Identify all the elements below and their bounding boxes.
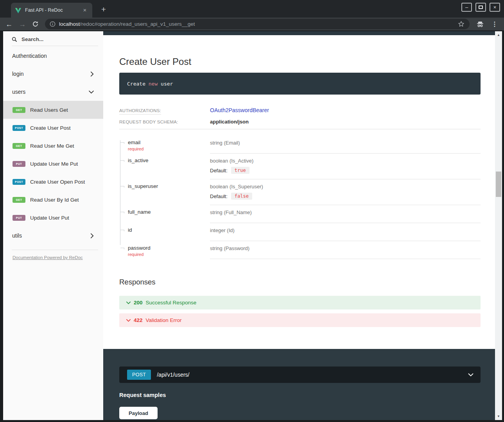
schema-field-row: email required string (Email) [119, 136, 481, 154]
previous-section-edge [103, 31, 495, 35]
close-window-button[interactable]: × [490, 3, 500, 12]
incognito-icon[interactable] [476, 20, 484, 28]
operation-label: Read User By Id Get [30, 197, 79, 203]
code-text: Create [127, 81, 149, 87]
back-button[interactable]: ← [5, 21, 13, 28]
field-name-cell: email required [119, 136, 210, 154]
operation-label: Create User Post [30, 125, 71, 131]
method-badge: GET [13, 143, 25, 149]
sidebar-operation-item[interactable]: GET Read User By Id Get [3, 191, 103, 209]
sidebar-operation-item[interactable]: GET Read User Me Get [3, 137, 103, 155]
operation-label: Read Users Get [30, 107, 68, 113]
method-badge: PUT [13, 215, 25, 221]
endpoint-dropdown[interactable]: POST /api/v1/users/ [119, 367, 481, 383]
field-name: is_active [128, 157, 210, 163]
search-divider [12, 46, 98, 46]
sidebar-item-utils[interactable]: utils [3, 227, 103, 245]
field-default: Default: false [210, 193, 481, 200]
site-info-icon[interactable] [50, 21, 56, 27]
schema-field-row: is_active boolean (Is_Active) Default: t… [119, 154, 481, 179]
sidebar-item-label: Authentication [12, 53, 47, 59]
response-code: 200 [134, 300, 143, 306]
field-name-cell: id [119, 223, 210, 241]
sidebar-item-label: users [12, 89, 25, 95]
maximize-button[interactable] [475, 3, 486, 12]
page-scrollbar[interactable]: ▲ ▼ [495, 31, 502, 420]
field-type: string (Full_Name) [210, 209, 481, 215]
sidebar-item-login[interactable]: login [3, 65, 103, 83]
toolbar-right: ⋮ [476, 20, 499, 28]
response-row[interactable]: 200 Successful Response [119, 296, 481, 309]
scrollbar-down-arrow[interactable]: ▼ [495, 413, 502, 419]
address-bar[interactable]: localhost/redoc#operation/read_users_api… [45, 19, 470, 29]
browser-tab-strip: Fast API - ReDoc × + – × [0, 0, 504, 18]
request-samples-title: Request samples [119, 392, 481, 398]
default-label: Default: [210, 168, 228, 173]
endpoint-path: /api/v1/users/ [157, 372, 468, 378]
sidebar-operation-item[interactable]: POST Create User Post [3, 119, 103, 137]
request-body-row: REQUEST BODY SCHEMA: application/json [119, 119, 481, 129]
responses-list: 200 Successful Response 422 Validation E… [119, 296, 481, 327]
method-badge: GET [13, 107, 25, 113]
authorization-scheme-link[interactable]: OAuth2PasswordBearer [210, 107, 269, 113]
sidebar: Search... Authentication login users [3, 31, 103, 420]
operation-label: Create User Open Post [30, 179, 85, 185]
response-label: Validation Error [146, 317, 182, 323]
responses-title: Responses [119, 278, 481, 286]
method-badge: GET [13, 197, 25, 203]
scrollbar-up-arrow[interactable]: ▲ [495, 32, 502, 38]
request-body-label: REQUEST BODY SCHEMA: [119, 120, 210, 124]
request-body-content-type: application/json [210, 119, 249, 125]
payload-tab[interactable]: Payload [119, 407, 158, 419]
schema-field-row: password required string (Password) [119, 241, 481, 259]
field-name: password [128, 245, 210, 251]
field-type: string (Password) [210, 245, 481, 251]
sidebar-operation-item[interactable]: POST Create User Open Post [3, 173, 103, 191]
tree-tick [120, 230, 124, 231]
authorizations-label: AUTHORIZATIONS: [119, 108, 210, 113]
code-text: user [158, 81, 173, 87]
field-type: boolean (Is_Superuser) [210, 184, 481, 190]
scrollbar-thumb[interactable] [496, 172, 501, 197]
schema-field-row: full_name string (Full_Name) [119, 205, 481, 223]
sidebar-operation-item[interactable]: GET Read Users Get [3, 101, 103, 119]
schema-field-row: id integer (Id) [119, 223, 481, 241]
default-value-badge: true [231, 167, 249, 174]
minimize-button[interactable]: – [461, 3, 472, 12]
default-value-badge: false [231, 193, 252, 200]
search-icon [12, 37, 17, 42]
field-type: integer (Id) [210, 227, 481, 233]
field-name-cell: full_name [119, 205, 210, 223]
field-name: id [128, 227, 210, 233]
url-text: localhost/redoc#operation/read_users_api… [59, 21, 454, 27]
search-input[interactable]: Search... [3, 31, 103, 46]
field-name-cell: is_active [119, 154, 210, 179]
sidebar-operations: GET Read Users Get POST Create User Post… [3, 101, 103, 227]
sidebar-item-authentication[interactable]: Authentication [3, 47, 103, 65]
field-default: Default: true [210, 167, 481, 174]
browser-toolbar: ← → localhost/redoc#operation/read_users… [0, 18, 504, 31]
operation-label: Read User Me Get [30, 143, 74, 149]
browser-menu-icon[interactable]: ⋮ [491, 20, 498, 28]
response-row[interactable]: 422 Validation Error [119, 313, 481, 327]
http-method-badge: POST [127, 370, 151, 380]
field-type-cell: string (Full_Name) [210, 205, 481, 223]
code-highlight: new [149, 81, 158, 87]
sidebar-operation-item[interactable]: PUT Update User Me Put [3, 155, 103, 173]
browser-tab[interactable]: Fast API - ReDoc × [11, 3, 92, 18]
chevron-right-icon [90, 72, 94, 77]
main-content: Create User Post Create new user AUTHORI… [103, 31, 495, 420]
sidebar-operation-item[interactable]: PUT Update User Put [3, 209, 103, 227]
chevron-down-icon[interactable] [468, 373, 474, 377]
sidebar-item-users[interactable]: users [3, 83, 103, 101]
reload-button[interactable] [32, 21, 39, 27]
sidebar-item-label: login [12, 71, 24, 77]
redoc-footer-link[interactable]: Documentation Powered by ReDoc [13, 255, 83, 260]
maximize-icon [479, 5, 483, 9]
tab-close-icon[interactable]: × [81, 7, 88, 14]
new-tab-button[interactable]: + [99, 4, 109, 14]
bookmark-star-icon[interactable] [457, 20, 465, 28]
field-type: boolean (Is_Active) [210, 158, 481, 164]
forward-button[interactable]: → [19, 21, 26, 28]
page: Search... Authentication login users [3, 31, 502, 420]
